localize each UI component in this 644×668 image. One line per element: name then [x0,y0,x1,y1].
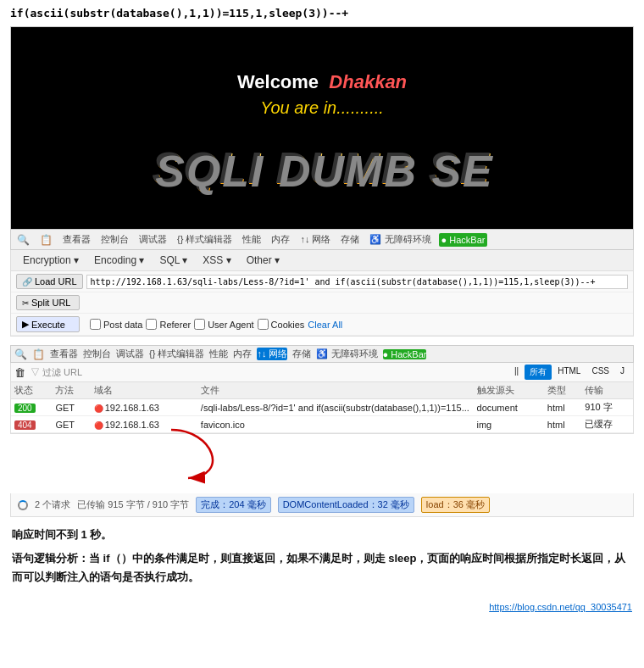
dt2-network[interactable]: ↑↓ 网络 [257,348,287,360]
menu-encoding[interactable]: Encoding ▾ [87,253,151,268]
dt2-viewer[interactable]: 查看器 [50,348,78,360]
dt-accessibility[interactable]: ♿ 无障碍环境 [367,231,433,248]
tab-all[interactable]: 所有 [525,365,552,380]
dom-content-stat: DOMContentLoaded：32 毫秒 [278,497,414,513]
dt2-memory[interactable]: 内存 [233,348,252,360]
load-url-row: 🔗 Load URL [11,271,633,292]
dt-memory[interactable]: 内存 [269,231,292,248]
user-agent-check[interactable]: User Agent [194,319,253,330]
execute-icon: ▶ [22,319,29,330]
trash-icon[interactable]: 🗑 [14,366,25,379]
watermark-text: https://blog.csdn.net/qq_30035471 [489,602,632,612]
domain-icon: 🔴 [94,404,103,413]
post-data-checkbox[interactable] [90,319,101,330]
dt2-performance[interactable]: 性能 [209,348,228,360]
dt2-accessibility[interactable]: ♿ 无障碍环境 [316,348,377,360]
col-trigger: 触发源头 [474,382,544,399]
status-200-badge: 200 [14,404,36,413]
url-input[interactable] [86,275,628,289]
col-file: 文件 [197,382,474,399]
dt-hackbar[interactable]: ● HackBar [439,233,488,247]
username-text: Dhakkan [329,71,407,92]
hackbar-menu: Encryption ▾ Encoding ▾ SQL ▾ XSS ▾ Othe… [11,250,633,271]
dt-console[interactable]: 控制台 [98,231,131,248]
tab-html[interactable]: HTML [552,365,586,380]
transferred-text: 已传输 915 字节 / 910 字节 [77,498,189,511]
dt2-inspect-icon[interactable]: 🔍 [14,348,27,360]
response-time-text: 响应时间不到 1 秒。 [12,528,112,541]
complete-stat: 完成：204 毫秒 [196,497,270,513]
table-row[interactable]: 404 GET 🔴192.168.1.63 favicon.ico img ht… [11,416,633,433]
file-cell: /sqli-labs/Less-8/?id=1' and if(ascii(su… [197,399,474,416]
menu-sql[interactable]: SQL ▾ [153,253,194,268]
dt2-storage[interactable]: 存储 [292,348,311,360]
cookies-check[interactable]: Cookies [258,319,305,330]
dt2-console[interactable]: 控制台 [83,348,111,360]
browser-screenshot: Welcome Dhakkan You are in.......... SQL… [10,26,634,230]
dt-storage[interactable]: 存储 [338,231,362,248]
menu-other[interactable]: Other ▾ [240,253,286,268]
tab-js[interactable]: J [615,365,630,380]
dt2-hackbar[interactable]: ● HackBar [383,349,427,359]
table-row[interactable]: 200 GET 🔴192.168.1.63 /sqli-labs/Less-8/… [11,399,633,416]
method-cell: GET [52,399,90,416]
pause-icon[interactable]: || [509,365,524,380]
split-url-button[interactable]: ✂ Split URL [16,295,80,310]
execute-label: Execute [31,320,65,330]
network-panel: 🗑 ▽ 过滤 URL || 所有 HTML CSS J 状态 方法 域名 文件 … [10,363,634,434]
execute-button[interactable]: ▶ Execute [16,316,80,332]
load-stat: load：36 毫秒 [421,497,490,513]
dt-inspect-icon[interactable]: 🔍 [14,232,32,248]
referer-checkbox[interactable] [146,319,157,330]
response-time-line: 响应时间不到 1 秒。 [12,526,632,544]
col-type: 类型 [544,382,581,399]
red-arrow-svg [146,426,315,485]
type-cell-2: html [544,416,581,433]
load-url-button[interactable]: 🔗 Load URL [16,274,83,289]
requests-count: 2 个请求 [35,498,70,511]
type-cell: html [544,399,581,416]
referer-check[interactable]: Referer [146,319,191,330]
method-cell-2: GET [52,416,90,433]
dt-performance[interactable]: 性能 [240,231,264,248]
dt2-style-editor[interactable]: {} 样式编辑器 [149,348,204,360]
trigger-cell-2: img [474,416,544,433]
menu-encryption[interactable]: Encryption ▾ [16,253,86,268]
code-line: if(ascii(substr(database(),1,1))=115,1,s… [0,0,644,26]
load-url-label: Load URL [35,276,77,287]
clear-all-button[interactable]: Clear All [308,320,342,330]
bottom-text-section: 响应时间不到 1 秒。 语句逻辑分析：当 if（）中的条件满足时，则直接返回，如… [0,517,644,600]
dt-viewer[interactable]: 查看器 [60,231,93,248]
dt-debugger[interactable]: 调试器 [136,231,169,248]
sqli-logo: SQLI DUMB SE [153,143,491,194]
col-method: 方法 [52,382,90,399]
dt-network[interactable]: ↑↓ 网络 [297,231,333,248]
network-toolbar: 🗑 ▽ 过滤 URL || 所有 HTML CSS J [11,363,633,382]
transfer-cell: 910 字 [581,399,633,416]
menu-xss[interactable]: XSS ▾ [196,253,237,268]
trigger-cell: document [474,399,544,416]
post-data-check[interactable]: Post data [90,319,142,330]
filter-icon: ▽ 过滤 URL [31,366,82,379]
welcome-text: Welcome Dhakkan [237,71,407,93]
status-cell: 200 [11,399,52,416]
arrow-container [10,434,634,493]
dt2-debugger[interactable]: 调试器 [116,348,144,360]
dt2-console-icon[interactable]: 📋 [32,348,45,360]
cookies-checkbox[interactable] [258,319,269,330]
tab-css[interactable]: CSS [586,365,614,380]
subtitle-text: You are in.......... [260,98,384,118]
dt-console-icon[interactable]: 📋 [37,232,55,248]
load-url-icon: 🔗 [22,277,32,287]
filter-tabs: || 所有 HTML CSS J [509,365,630,380]
devtools-bar-2: 🔍 📋 查看器 控制台 调试器 {} 样式编辑器 性能 内存 ↑↓ 网络 存储 … [10,345,634,363]
post-data-label: Post data [103,320,142,330]
transfer-cell-2: 已缓存 [581,416,633,433]
status-404-badge: 404 [14,420,36,430]
network-table: 状态 方法 域名 文件 触发源头 类型 传输 200 GET 🔴192.168.… [11,382,633,433]
user-agent-checkbox[interactable] [194,319,205,330]
split-url-label: Split URL [31,298,70,308]
network-stats-bar: 2 个请求 已传输 915 字节 / 910 字节 完成：204 毫秒 DOMC… [10,493,634,517]
dt-style-editor[interactable]: {} 样式编辑器 [175,231,235,248]
col-status: 状态 [11,382,52,399]
